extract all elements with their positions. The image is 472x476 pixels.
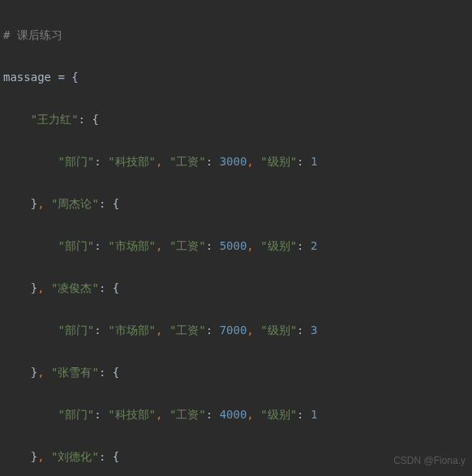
comment: # 课后练习 <box>3 28 62 41</box>
code-line: "部门": "市场部", "工资": 5000, "级别": 2 <box>3 235 472 256</box>
code-line: massage = { <box>3 66 472 88</box>
code-line: "部门": "市场部", "工资": 7000, "级别": 3 <box>3 319 472 341</box>
code-line: }, "张雪有": { <box>3 362 472 383</box>
code-line: "部门": "科技部", "工资": 3000, "级别": 1 <box>3 151 472 172</box>
watermark: CSDN @Fiona.y <box>393 450 466 471</box>
code-editor[interactable]: # 课后练习 massage = { "王力红": { "部门": "科技部",… <box>0 0 472 476</box>
code-line: }, "周杰论": { <box>3 193 472 214</box>
code-line: # 课后练习 <box>3 24 472 45</box>
code-line: }, "凌俊杰": { <box>3 277 472 298</box>
code-line: "部门": "科技部", "工资": 4000, "级别": 1 <box>3 404 472 425</box>
code-line: "王力红": { <box>3 109 472 130</box>
